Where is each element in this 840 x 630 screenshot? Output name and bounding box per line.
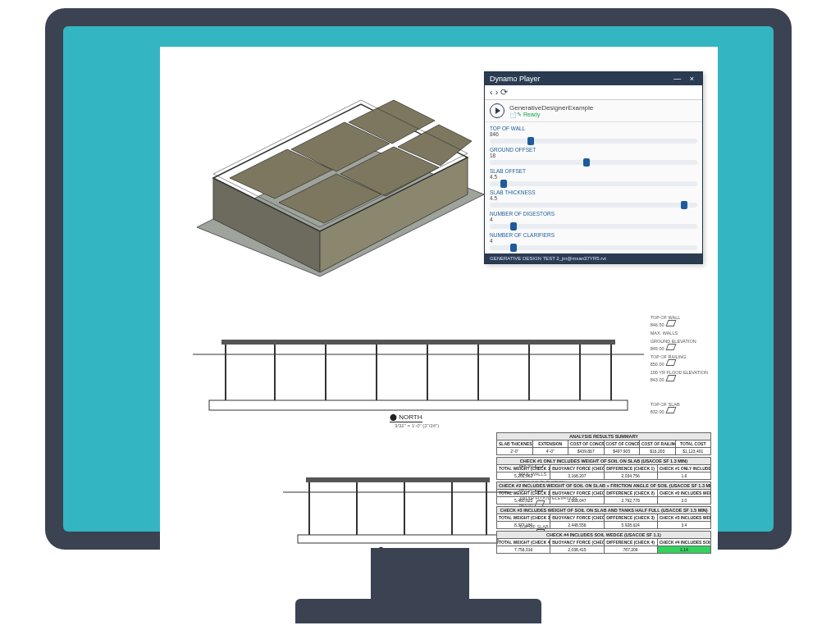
play-icon[interactable] — [490, 103, 504, 118]
check-table: CHECK #2 INCLUDES WEIGHT OF SOIL ON SLAB… — [496, 482, 711, 504]
dynamo-titlebar[interactable]: Dynamo Player — × — [485, 72, 702, 85]
monitor-screen: ⬤ NORTH 3/32" = 1'-0" (2"/24") TOP OF WA… — [63, 26, 774, 532]
window-controls[interactable]: — × — [673, 75, 697, 83]
dynamo-title-text: Dynamo Player — [490, 75, 541, 83]
slider[interactable] — [490, 245, 697, 250]
check-table: CHECK #4 INCLUDES SOIL WEDGE (USACOE SF … — [496, 531, 711, 554]
svg-rect-15 — [209, 400, 628, 410]
param-slab-offset[interactable]: SLAB OFFSET4.5 — [490, 168, 697, 186]
graph-status: 📄✎ Ready — [509, 112, 593, 118]
elevation-callouts-north: TOP OF WALL846.50 MAX. WALLS GROUND ELEV… — [651, 315, 708, 418]
svg-rect-27 — [298, 535, 498, 543]
slider[interactable] — [490, 160, 697, 165]
svg-rect-16 — [221, 340, 615, 345]
monitor-frame: ⬤ NORTH 3/32" = 1'-0" (2"/24") TOP OF WA… — [45, 8, 792, 550]
graph-name: GenerativeDesignerExample — [509, 104, 593, 112]
slider[interactable] — [490, 203, 697, 208]
slider[interactable] — [490, 181, 697, 186]
monitor-stand-neck — [371, 548, 469, 605]
param-number-of-clarifiers[interactable]: NUMBER OF CLARIFIERS4 — [490, 232, 697, 250]
monitor-stand-base — [295, 599, 541, 623]
section-north: ⬤ NORTH 3/32" = 1'-0" (2"/24") TOP OF WA… — [193, 322, 644, 428]
canvas: ⬤ NORTH 3/32" = 1'-0" (2"/24") TOP OF WA… — [0, 0, 840, 630]
param-number-of-digestors[interactable]: NUMBER OF DIGESTORS4 — [490, 211, 697, 229]
analysis-summary-table: ANALYSIS RESULTS SUMMARY SLAB THICKNESSE… — [496, 432, 711, 455]
dynamo-nav[interactable]: ‹ › ⟳ — [485, 85, 702, 100]
section-scale-north: 3/32" = 1'-0" (2"/24") — [395, 423, 439, 428]
slider[interactable] — [490, 224, 697, 229]
param-ground-offset[interactable]: GROUND OFFSET18 — [490, 147, 697, 165]
check-table: CHECK #1 ONLY INCLUDES WEIGHT OF SOIL ON… — [496, 457, 711, 480]
dynamo-player-panel[interactable]: Dynamo Player — × ‹ › ⟳ GenerativeDesign… — [484, 71, 703, 264]
check-table: CHECK #3 INCLUDES WEIGHT OF SOIL ON SLAB… — [496, 506, 711, 529]
param-slab-thickness[interactable]: SLAB THICKNESS4.5 — [490, 189, 697, 208]
section-west: ⬤ WEST 3/32" = 1'-0" (2"/24") TOP OF WAL… — [283, 461, 513, 555]
3d-isometric-view — [180, 71, 492, 285]
param-top-of-wall[interactable]: TOP OF WALL846 — [490, 126, 697, 144]
svg-rect-28 — [306, 477, 490, 482]
dynamo-params[interactable]: TOP OF WALL846GROUND OFFSET18SLAB OFFSET… — [485, 122, 702, 253]
dynamo-footer: GENERATIVE DESIGN TEST 2_jm@mxan37YR5.rv… — [485, 253, 702, 263]
slider[interactable] — [490, 139, 697, 144]
drawing-sheet: ⬤ NORTH 3/32" = 1'-0" (2"/24") TOP OF WA… — [160, 47, 718, 555]
section-title-north: ⬤ NORTH — [390, 413, 422, 422]
dynamo-graph-row[interactable]: GenerativeDesignerExample 📄✎ Ready — [485, 100, 702, 122]
analysis-results: ANALYSIS RESULTS SUMMARY SLAB THICKNESSE… — [496, 432, 711, 555]
